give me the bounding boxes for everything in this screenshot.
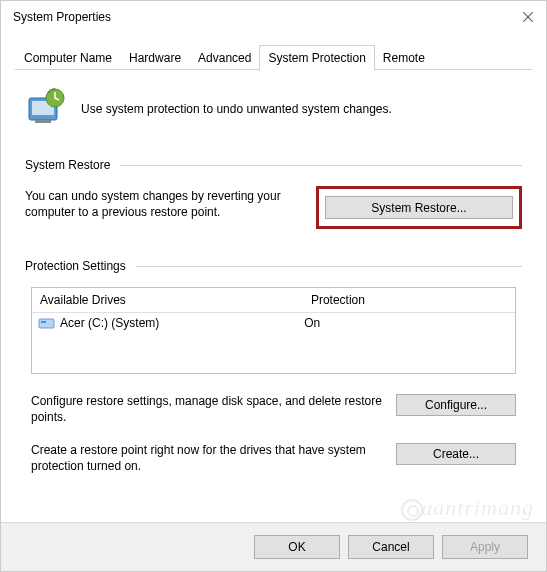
tab-system-protection[interactable]: System Protection (259, 45, 374, 71)
drive-name: Acer (C:) (System) (60, 316, 159, 330)
col-header-protection[interactable]: Protection (303, 288, 515, 312)
system-restore-button[interactable]: System Restore... (325, 196, 513, 219)
protection-settings-header: Protection Settings (25, 259, 522, 273)
close-icon (523, 12, 533, 22)
drives-table-body: Acer (C:) (System) On (32, 313, 515, 373)
window-title: System Properties (9, 10, 111, 24)
tab-bar: Computer Name Hardware Advanced System P… (1, 33, 546, 70)
create-row: Create a restore point right now for the… (31, 443, 516, 474)
system-restore-title: System Restore (25, 158, 110, 172)
apply-button[interactable]: Apply (442, 535, 528, 559)
ok-button[interactable]: OK (254, 535, 340, 559)
configure-text: Configure restore settings, manage disk … (31, 394, 384, 425)
tab-computer-name[interactable]: Computer Name (15, 45, 121, 70)
create-button[interactable]: Create... (396, 443, 516, 465)
col-header-drives[interactable]: Available Drives (32, 288, 303, 312)
highlight-box: System Restore... (316, 186, 522, 229)
svg-rect-6 (39, 319, 54, 328)
tab-advanced[interactable]: Advanced (189, 45, 260, 70)
intro-text: Use system protection to undo unwanted s… (81, 102, 392, 116)
tab-hardware[interactable]: Hardware (120, 45, 190, 70)
system-protection-icon (25, 88, 67, 130)
divider (120, 165, 522, 166)
cancel-button[interactable]: Cancel (348, 535, 434, 559)
protection-settings-title: Protection Settings (25, 259, 126, 273)
system-restore-header: System Restore (25, 158, 522, 172)
svg-rect-7 (41, 321, 46, 323)
drives-table-header: Available Drives Protection (32, 288, 515, 313)
restore-row: You can undo system changes by reverting… (25, 186, 522, 229)
tab-content: Use system protection to undo unwanted s… (1, 70, 546, 502)
close-button[interactable] (518, 7, 538, 27)
configure-row: Configure restore settings, manage disk … (31, 394, 516, 425)
system-properties-window: System Properties Computer Name Hardware… (0, 0, 547, 572)
svg-rect-4 (35, 120, 51, 123)
drive-icon (38, 316, 56, 330)
divider (136, 266, 522, 267)
restore-text: You can undo system changes by reverting… (25, 186, 300, 220)
table-row[interactable]: Acer (C:) (System) On (32, 313, 515, 333)
drive-protection: On (304, 316, 509, 330)
configure-button[interactable]: Configure... (396, 394, 516, 416)
tab-remote[interactable]: Remote (374, 45, 434, 70)
dialog-button-row: OK Cancel Apply (1, 522, 546, 571)
create-text: Create a restore point right now for the… (31, 443, 384, 474)
titlebar: System Properties (1, 1, 546, 33)
drives-table: Available Drives Protection Acer (C:) (S… (31, 287, 516, 374)
intro-row: Use system protection to undo unwanted s… (25, 88, 522, 130)
